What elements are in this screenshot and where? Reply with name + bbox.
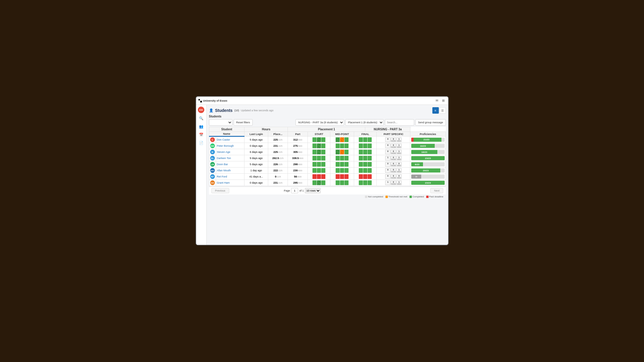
last-login-cell: 0 days ago — [244, 143, 268, 149]
part-specific-icon: 0NKBE — [391, 168, 396, 173]
last-login-subheader: Last Login — [244, 132, 268, 136]
table-view-btn[interactable]: ≡ — [432, 107, 439, 114]
final-icons-cell — [354, 143, 377, 149]
assessment-icon — [321, 156, 325, 160]
main-layout: EM 🔍 👥 📅 📄 👤 Students (10) Updated — [196, 105, 448, 245]
student-name[interactable]: Doon Bar — [216, 161, 244, 168]
table-row: LMDoon Bar5 days ago226/225298/60000NKBE… — [209, 161, 446, 168]
proficiency-cell: 8/23 — [410, 161, 446, 168]
page-header: 👤 Students (10) Updated a few seconds ag… — [209, 107, 446, 114]
assessment-icon — [359, 137, 363, 142]
final-icons-cell — [354, 174, 377, 180]
proficiency-cell: 7/ — [410, 174, 446, 180]
assessment-icon — [312, 137, 317, 142]
search-input[interactable] — [385, 119, 414, 126]
student-name[interactable]: Grant Ham — [216, 180, 244, 186]
document-icon[interactable]: 📄 — [198, 140, 204, 146]
start-icons-cell — [308, 155, 330, 161]
place-hours-cell: 226/225 — [268, 161, 288, 168]
threshold-dot — [385, 196, 388, 198]
hours-header: Hours — [244, 127, 288, 132]
assessment-icon — [368, 168, 372, 173]
rows-select[interactable]: 10 rows 25 rows 50 rows — [305, 188, 321, 193]
assessment-icon — [368, 180, 372, 185]
assessment-icon — [336, 174, 340, 179]
assessment-icon — [340, 150, 344, 154]
assessment-icon — [317, 168, 321, 173]
grid-icon[interactable]: ⊞ — [441, 98, 446, 103]
placement2-dropdown[interactable]: Placement 1 (8 students) — [345, 119, 384, 126]
updated-text: Updated a few seconds ago — [241, 109, 273, 112]
start-icons-cell — [308, 161, 330, 168]
student-avatar: EM — [210, 144, 215, 148]
list-view-btn[interactable]: ☰ — [439, 107, 446, 114]
part-hours-cell: 298/600 — [288, 161, 308, 168]
start-subheader: START — [308, 132, 330, 136]
part-specific-icon: 0MM3 — [396, 174, 402, 179]
page-label: Page — [284, 189, 290, 192]
assessment-icon — [363, 156, 367, 160]
assessment-icon — [336, 137, 340, 142]
assessment-icon — [359, 174, 363, 179]
assessment-icon — [344, 168, 349, 173]
student-name[interactable]: Steven Age — [216, 149, 244, 155]
logo-area: University of Essex — [198, 99, 227, 103]
assessment-icon — [340, 162, 344, 167]
avatar[interactable]: EM — [198, 107, 204, 113]
part-hours-cell: 275/600 — [288, 143, 308, 149]
page-input[interactable] — [291, 188, 298, 193]
part-specific-subheader: PART SPECIFIC — [377, 132, 410, 136]
mid-icons-cell — [330, 136, 354, 143]
assessment-icon — [312, 180, 317, 185]
last-login-cell: 1 day ago — [244, 168, 268, 174]
assessment-icon — [321, 162, 325, 167]
student-name[interactable]: Peter Borough — [216, 143, 244, 149]
placement-dropdown[interactable]: NURSING - PART 3a (8 students) — [295, 119, 344, 126]
student-name[interactable]: Darleen Ton — [216, 155, 244, 161]
part-specific-icon: 1MM3 — [396, 180, 402, 185]
assessment-icon — [359, 144, 363, 148]
assessment-icon — [317, 180, 321, 185]
email-icon[interactable]: ✉ — [435, 98, 439, 103]
users-icon[interactable]: 👥 — [198, 124, 204, 129]
assessment-icon — [359, 150, 363, 154]
part-specific-icon: 0 — [385, 168, 390, 173]
first-filter-select[interactable] — [209, 119, 232, 126]
part-hours-cell: 305/600 — [288, 149, 308, 155]
part-specific-icon: 0NKBE — [391, 137, 396, 142]
assessment-icon — [368, 150, 372, 154]
assessment-icon — [317, 144, 321, 148]
student-name[interactable]: Don Caster — [216, 136, 244, 143]
prev-btn[interactable]: Previous — [211, 188, 229, 193]
assessment-icon — [340, 144, 344, 148]
student-name[interactable]: Ret Ford — [216, 174, 244, 180]
search-icon[interactable]: 🔍 — [198, 115, 204, 121]
send-group-message-btn[interactable]: Send group message — [415, 119, 446, 126]
final-icons-cell — [354, 149, 377, 155]
proficiency-cell: 16/23 — [410, 143, 446, 149]
assessment-icon — [340, 168, 344, 173]
calendar-icon[interactable]: 📅 — [198, 132, 204, 138]
start-icons-cell — [308, 149, 330, 155]
assessment-icon — [317, 150, 321, 154]
assessment-icon — [317, 156, 321, 160]
reset-filters-btn[interactable]: Reset filters — [234, 119, 253, 126]
part-specific-icon: 0 — [385, 174, 390, 179]
table-row: DLDarleen Ton9 days ago262.5/225338.5/60… — [209, 155, 446, 161]
next-btn[interactable]: Next — [430, 188, 444, 193]
assessment-icon — [363, 162, 367, 167]
part-specific-icon: 0NKBE — [391, 162, 396, 167]
mid-icons-cell — [330, 155, 354, 161]
name-subheader: Name — [209, 132, 244, 136]
part-specific-icon: 1MM3 — [396, 137, 402, 142]
last-login-cell: 5 days ago — [244, 136, 268, 143]
proficiency-cell: 23/23 — [410, 180, 446, 186]
top-bar: University of Essex ✉ ⊞ — [196, 97, 448, 105]
part-specific-icon: 0NKBE — [391, 156, 396, 160]
mid-icons-cell — [330, 143, 354, 149]
part-specific-icon: 1MM3 — [396, 150, 402, 154]
place-hours-subheader: Place... — [268, 132, 288, 136]
part-hours-cell: 338.5/600 — [288, 155, 308, 161]
student-name[interactable]: Allan Mouth — [216, 168, 244, 174]
final-icons-cell — [354, 168, 377, 174]
